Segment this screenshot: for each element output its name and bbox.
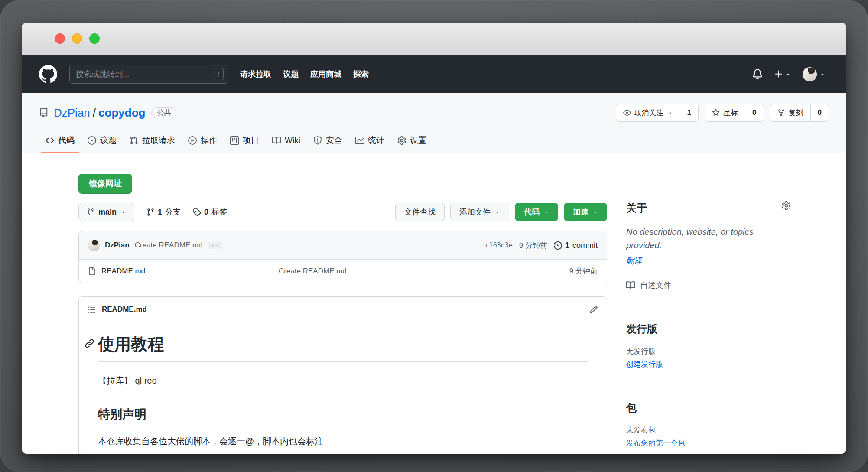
search-box[interactable]: / bbox=[69, 65, 228, 84]
pencil-icon bbox=[589, 305, 598, 314]
branch-toolbar: main 1 分支 0 标签 文件查找 bbox=[78, 203, 607, 221]
star-button[interactable]: 星标 bbox=[705, 104, 745, 121]
fork-button[interactable]: 复刻 bbox=[770, 104, 810, 121]
book-icon bbox=[626, 281, 635, 290]
releases-title[interactable]: 发行版 bbox=[626, 322, 791, 336]
repo-header: DzPian/copydog 公共 取消关注 1 星标 bbox=[22, 93, 846, 153]
tab-actions[interactable]: 操作 bbox=[182, 129, 224, 153]
readme-anchor-link[interactable]: 自述文件 bbox=[626, 280, 791, 290]
watchers-count[interactable]: 1 bbox=[680, 104, 698, 121]
user-menu[interactable] bbox=[803, 67, 826, 81]
file-link[interactable]: README.md bbox=[88, 267, 279, 276]
file-commit-message-link[interactable]: Create README.md bbox=[279, 267, 569, 276]
star-icon bbox=[712, 109, 720, 117]
chevron-down-icon bbox=[785, 71, 791, 77]
tab-security[interactable]: 安全 bbox=[307, 129, 349, 153]
packages-title[interactable]: 包 bbox=[626, 401, 791, 415]
graph-icon bbox=[355, 136, 364, 145]
minimize-window-button[interactable] bbox=[72, 33, 82, 44]
commit-author-link[interactable]: DzPian bbox=[105, 241, 130, 250]
commit-sha-link[interactable]: c163d3e bbox=[485, 241, 513, 249]
code-icon bbox=[46, 136, 54, 145]
nav-link-marketplace[interactable]: 应用商城 bbox=[310, 69, 341, 79]
readme-header: README.md bbox=[79, 297, 607, 322]
close-window-button[interactable] bbox=[55, 33, 65, 44]
commit-message-link[interactable]: Create README.md bbox=[135, 241, 203, 250]
chevron-down-icon bbox=[543, 209, 549, 215]
list-unordered-icon[interactable] bbox=[88, 306, 96, 314]
latest-commit-bar: DzPian Create README.md … c163d3e 9 分钟前 … bbox=[79, 231, 607, 259]
go-to-file-button[interactable]: 文件查找 bbox=[395, 203, 445, 221]
tab-pull-requests[interactable]: 拉取请求 bbox=[123, 129, 182, 153]
tab-settings[interactable]: 设置 bbox=[391, 129, 433, 153]
tag-icon bbox=[193, 208, 201, 216]
chevron-down-icon bbox=[819, 71, 826, 77]
nav-link-issues[interactable]: 议题 bbox=[283, 69, 299, 79]
commit-time: 9 分钟前 bbox=[519, 241, 547, 251]
navbar-links: 请求拉取 议题 应用商城 探索 bbox=[240, 69, 369, 79]
tags-link[interactable]: 0 标签 bbox=[193, 207, 227, 217]
readme-content: 使用教程 【拉库】 ql reo 特别声明 本仓库收集自各位大佬的脚本，会逐一@… bbox=[79, 322, 607, 454]
stars-count[interactable]: 0 bbox=[745, 104, 763, 121]
gear-icon bbox=[782, 201, 791, 210]
readme-paragraph: 【拉库】 ql reo bbox=[98, 374, 588, 387]
star-button-group: 星标 0 bbox=[705, 104, 764, 122]
forks-count[interactable]: 0 bbox=[810, 104, 829, 121]
visibility-badge: 公共 bbox=[151, 107, 176, 118]
nav-link-explore[interactable]: 探索 bbox=[353, 69, 369, 79]
breadcrumb-separator: / bbox=[90, 106, 98, 119]
gear-icon bbox=[397, 136, 406, 145]
translate-link[interactable]: 翻译 bbox=[626, 256, 791, 266]
unwatch-button[interactable]: 取消关注 bbox=[616, 104, 680, 121]
top-navbar: / 请求拉取 议题 应用商城 探索 bbox=[22, 55, 846, 93]
branches-link[interactable]: 1 分支 bbox=[146, 207, 181, 217]
repo-owner-link[interactable]: DzPian bbox=[54, 106, 90, 119]
add-file-button[interactable]: 添加文件 bbox=[450, 203, 509, 221]
plus-icon bbox=[774, 69, 783, 79]
divider bbox=[626, 306, 791, 306]
repo-actions: 取消关注 1 星标 0 复刻 0 bbox=[616, 104, 829, 122]
tab-projects[interactable]: 项目 bbox=[224, 129, 266, 153]
releases-empty-text: 无发行版 bbox=[626, 346, 791, 356]
repo-name-link[interactable]: copydog bbox=[98, 106, 145, 119]
window-titlebar bbox=[22, 23, 846, 55]
browser-window: / 请求拉取 议题 应用商城 探索 DzPian/copydog bbox=[22, 23, 846, 454]
project-board-icon bbox=[230, 136, 239, 145]
tab-code[interactable]: 代码 bbox=[39, 129, 81, 153]
eye-icon bbox=[623, 109, 631, 117]
branch-selector-button[interactable]: main bbox=[78, 203, 134, 221]
commit-kebab-button[interactable]: … bbox=[208, 242, 222, 249]
repo-description: No description, website, or topics provi… bbox=[626, 225, 791, 252]
nav-link-pull-requests[interactable]: 请求拉取 bbox=[240, 69, 271, 79]
readme-paragraph: 本仓库收集自各位大佬的脚本，会逐一@，脚本内也会标注 bbox=[98, 435, 588, 448]
repo-icon bbox=[39, 108, 49, 117]
commits-history-link[interactable]: 1 commit bbox=[554, 241, 598, 250]
main-column: 镜像网址 main 1 分支 0 标签 bbox=[78, 153, 607, 454]
play-icon bbox=[188, 136, 197, 145]
sidebar: 关于 No description, website, or topics pr… bbox=[626, 153, 791, 454]
fork-icon bbox=[777, 109, 785, 117]
notifications-bell-icon[interactable] bbox=[752, 69, 763, 79]
publish-package-link[interactable]: 发布您的第一个包 bbox=[626, 438, 791, 448]
readme-heading-2: 特别声明 bbox=[98, 406, 588, 423]
tab-wiki[interactable]: Wiki bbox=[266, 129, 307, 153]
issue-opened-icon bbox=[88, 136, 96, 145]
search-input[interactable] bbox=[76, 70, 213, 79]
link-anchor-icon[interactable] bbox=[85, 339, 94, 348]
edit-readme-button[interactable] bbox=[589, 305, 598, 314]
mirror-url-button[interactable]: 镜像网址 bbox=[78, 174, 132, 194]
maximize-window-button[interactable] bbox=[89, 33, 100, 44]
create-release-link[interactable]: 创建发行版 bbox=[626, 359, 791, 369]
page-body: 镜像网址 main 1 分支 0 标签 bbox=[22, 153, 846, 454]
tab-insights[interactable]: 统计 bbox=[349, 129, 391, 153]
accelerate-button[interactable]: 加速 bbox=[564, 203, 607, 221]
tab-issues[interactable]: 议题 bbox=[81, 129, 123, 153]
book-icon bbox=[272, 136, 281, 145]
commit-author-avatar[interactable] bbox=[88, 240, 100, 251]
file-toolbar: 文件查找 添加文件 代码 加速 bbox=[395, 203, 607, 221]
edit-about-button[interactable] bbox=[782, 201, 791, 210]
code-download-button[interactable]: 代码 bbox=[515, 203, 558, 221]
create-new-menu[interactable] bbox=[774, 69, 791, 79]
github-logo-icon[interactable] bbox=[39, 65, 57, 83]
chevron-down-icon bbox=[667, 110, 673, 116]
